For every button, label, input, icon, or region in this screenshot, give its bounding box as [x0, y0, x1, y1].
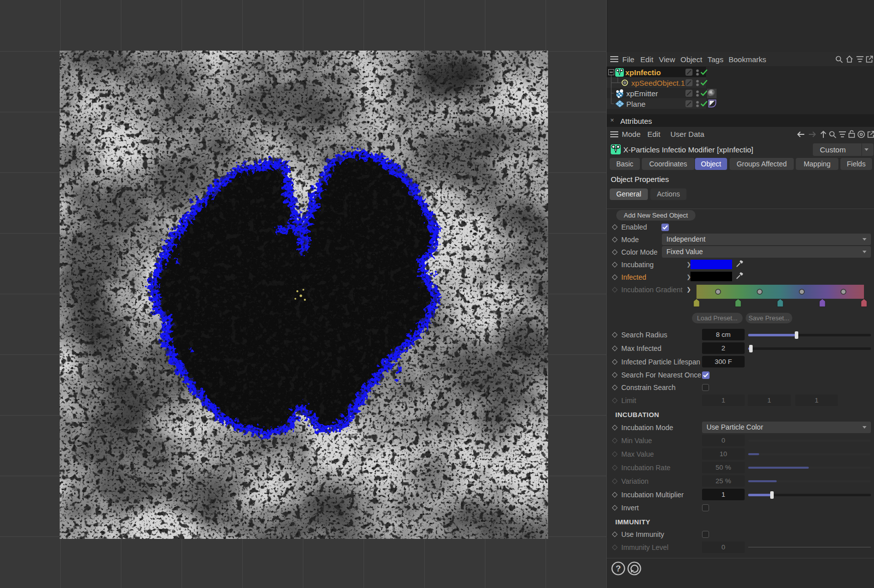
svg-text:?: ? [616, 564, 621, 573]
